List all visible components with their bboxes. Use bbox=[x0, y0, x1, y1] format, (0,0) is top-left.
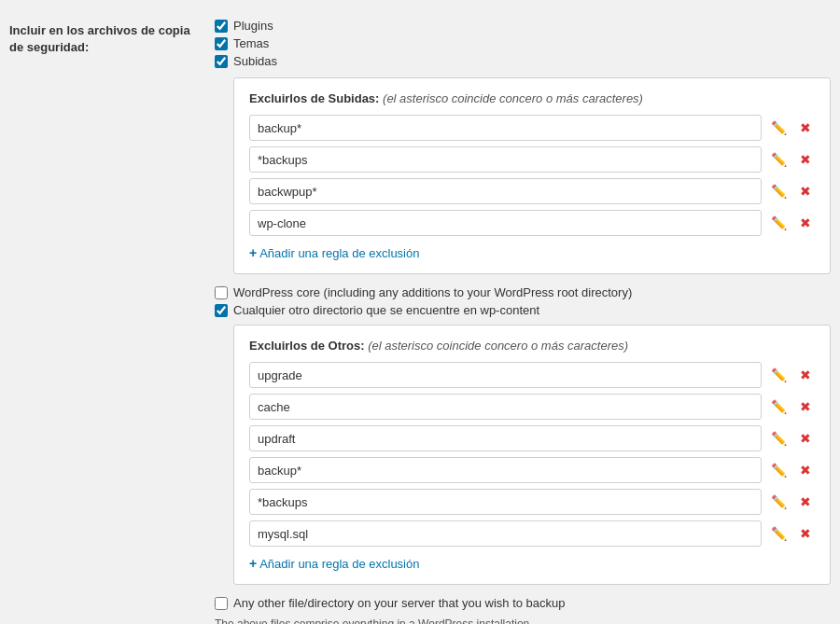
edit-icon-otros-1: ✏️ bbox=[771, 399, 787, 414]
edit-icon-otros-5: ✏️ bbox=[771, 526, 787, 541]
footer-note: The above files comprise everything in a… bbox=[215, 617, 831, 624]
checkbox-wpcore-label[interactable]: WordPress core (including any additions … bbox=[233, 285, 632, 299]
otros-row-5: ✏️ ✖ bbox=[249, 520, 815, 547]
edit-icon-0: ✏️ bbox=[771, 120, 787, 135]
otros-edit-0[interactable]: ✏️ bbox=[767, 366, 791, 384]
main-row: Incluir en los archivos de copia de segu… bbox=[9, 19, 831, 624]
otros-edit-3[interactable]: ✏️ bbox=[767, 461, 791, 479]
subidas-input-0[interactable] bbox=[249, 115, 762, 141]
edit-icon-3: ✏️ bbox=[771, 215, 787, 230]
plus-icon-otros: + bbox=[249, 556, 257, 571]
subidas-input-3[interactable] bbox=[249, 210, 762, 236]
delete-icon-otros-1: ✖ bbox=[800, 399, 811, 414]
field-label: Incluir en los archivos de copia de segu… bbox=[9, 23, 190, 54]
subidas-panel-title: Excluirlos de Subidas: (el asterisco coi… bbox=[249, 91, 815, 105]
checkbox-wpcontent[interactable] bbox=[215, 304, 228, 317]
subidas-input-1[interactable] bbox=[249, 146, 762, 173]
subidas-panel-hint: (el asterisco coincide concero o más car… bbox=[379, 91, 643, 105]
otros-delete-0[interactable]: ✖ bbox=[796, 366, 815, 384]
checkbox-wpcore[interactable] bbox=[215, 286, 228, 299]
second-checkbox-group: WordPress core (including any additions … bbox=[215, 285, 831, 317]
checkbox-temas[interactable] bbox=[215, 37, 228, 50]
subidas-row-0: ✏️ ✖ bbox=[249, 115, 815, 141]
otros-input-2[interactable] bbox=[249, 425, 762, 451]
third-checkbox-group: Any other file/directory on your server … bbox=[215, 596, 831, 610]
subidas-edit-2[interactable]: ✏️ bbox=[767, 182, 791, 201]
otros-edit-2[interactable]: ✏️ bbox=[767, 429, 791, 448]
subidas-input-2[interactable] bbox=[249, 178, 762, 204]
checkbox-anyother[interactable] bbox=[215, 597, 228, 610]
edit-icon-1: ✏️ bbox=[771, 152, 787, 167]
label-col: Incluir en los archivos de copia de segu… bbox=[9, 19, 196, 56]
subidas-delete-0[interactable]: ✖ bbox=[796, 118, 815, 137]
edit-icon-otros-0: ✏️ bbox=[771, 367, 787, 382]
checkbox-anyother-label[interactable]: Any other file/directory on your server … bbox=[233, 596, 566, 610]
checkbox-item-temas: Temas bbox=[215, 36, 831, 50]
otros-edit-4[interactable]: ✏️ bbox=[767, 492, 791, 511]
otros-panel-hint: (el asterisco coincide concero o más car… bbox=[365, 339, 629, 353]
delete-icon-3: ✖ bbox=[800, 215, 811, 230]
otros-input-4[interactable] bbox=[249, 489, 762, 515]
otros-delete-1[interactable]: ✖ bbox=[796, 397, 815, 416]
subidas-add-rule-link[interactable]: + Añadir una regla de exclusión bbox=[249, 245, 419, 260]
otros-panel-title-bold: Excluirlos de Otros: bbox=[249, 339, 365, 353]
checkbox-subidas-label[interactable]: Subidas bbox=[233, 54, 277, 68]
otros-row-4: ✏️ ✖ bbox=[249, 489, 815, 515]
plus-icon-subidas: + bbox=[249, 245, 257, 260]
checkbox-temas-label[interactable]: Temas bbox=[233, 36, 269, 50]
delete-icon-otros-3: ✖ bbox=[800, 463, 811, 478]
otros-row-0: ✏️ ✖ bbox=[249, 362, 815, 388]
delete-icon-1: ✖ bbox=[800, 152, 811, 167]
subidas-delete-2[interactable]: ✖ bbox=[796, 182, 815, 201]
checkbox-item-wpcontent: Cualquier otro directorio que se encuent… bbox=[215, 303, 831, 317]
subidas-edit-3[interactable]: ✏️ bbox=[767, 214, 791, 232]
subidas-edit-0[interactable]: ✏️ bbox=[767, 118, 791, 137]
subidas-panel-title-bold: Excluirlos de Subidas: bbox=[249, 91, 379, 105]
otros-panel: Excluirlos de Otros: (el asterisco coinc… bbox=[233, 325, 831, 585]
delete-icon-otros-0: ✖ bbox=[800, 367, 811, 382]
delete-icon-otros-5: ✖ bbox=[800, 526, 811, 541]
otros-row-1: ✏️ ✖ bbox=[249, 394, 815, 420]
otros-input-0[interactable] bbox=[249, 362, 762, 388]
subidas-row-3: ✏️ ✖ bbox=[249, 210, 815, 236]
checkbox-item-anyother: Any other file/directory on your server … bbox=[215, 596, 831, 610]
delete-icon-otros-4: ✖ bbox=[800, 494, 811, 509]
checkbox-item-plugins: Plugins bbox=[215, 19, 831, 33]
edit-icon-otros-2: ✏️ bbox=[771, 431, 787, 446]
otros-delete-5[interactable]: ✖ bbox=[796, 524, 815, 543]
otros-edit-5[interactable]: ✏️ bbox=[767, 524, 791, 543]
delete-icon-otros-2: ✖ bbox=[800, 431, 811, 446]
edit-icon-2: ✏️ bbox=[771, 184, 787, 199]
otros-add-rule-label: Añadir una regla de exclusión bbox=[259, 557, 419, 571]
subidas-delete-1[interactable]: ✖ bbox=[796, 150, 815, 169]
otros-edit-1[interactable]: ✏️ bbox=[767, 397, 791, 416]
subidas-row-2: ✏️ ✖ bbox=[249, 178, 815, 204]
subidas-edit-1[interactable]: ✏️ bbox=[767, 150, 791, 169]
otros-input-5[interactable] bbox=[249, 520, 762, 547]
checkbox-plugins-label[interactable]: Plugins bbox=[233, 19, 273, 33]
otros-delete-4[interactable]: ✖ bbox=[796, 492, 815, 511]
subidas-add-rule-label: Añadir una regla de exclusión bbox=[259, 246, 419, 260]
delete-icon-0: ✖ bbox=[800, 120, 811, 135]
page-wrapper: Incluir en los archivos de copia de segu… bbox=[0, 0, 840, 624]
subidas-row-1: ✏️ ✖ bbox=[249, 146, 815, 173]
edit-icon-otros-4: ✏️ bbox=[771, 494, 787, 509]
delete-icon-2: ✖ bbox=[800, 184, 811, 199]
subidas-panel: Excluirlos de Subidas: (el asterisco coi… bbox=[233, 77, 831, 274]
otros-input-3[interactable] bbox=[249, 457, 762, 483]
edit-icon-otros-3: ✏️ bbox=[771, 463, 787, 478]
checkbox-item-wpcore: WordPress core (including any additions … bbox=[215, 285, 831, 299]
otros-delete-2[interactable]: ✖ bbox=[796, 429, 815, 448]
otros-input-1[interactable] bbox=[249, 394, 762, 420]
otros-add-rule-link[interactable]: + Añadir una regla de exclusión bbox=[249, 556, 419, 571]
otros-row-2: ✏️ ✖ bbox=[249, 425, 815, 451]
top-checkbox-group: Plugins Temas Subidas bbox=[215, 19, 831, 68]
checkbox-item-subidas: Subidas bbox=[215, 54, 831, 68]
checkbox-wpcontent-label[interactable]: Cualquier otro directorio que se encuent… bbox=[233, 303, 539, 317]
otros-panel-title: Excluirlos de Otros: (el asterisco coinc… bbox=[249, 339, 815, 353]
otros-row-3: ✏️ ✖ bbox=[249, 457, 815, 483]
otros-delete-3[interactable]: ✖ bbox=[796, 461, 815, 479]
checkbox-plugins[interactable] bbox=[215, 20, 228, 33]
checkbox-subidas[interactable] bbox=[215, 55, 228, 68]
subidas-delete-3[interactable]: ✖ bbox=[796, 214, 815, 232]
